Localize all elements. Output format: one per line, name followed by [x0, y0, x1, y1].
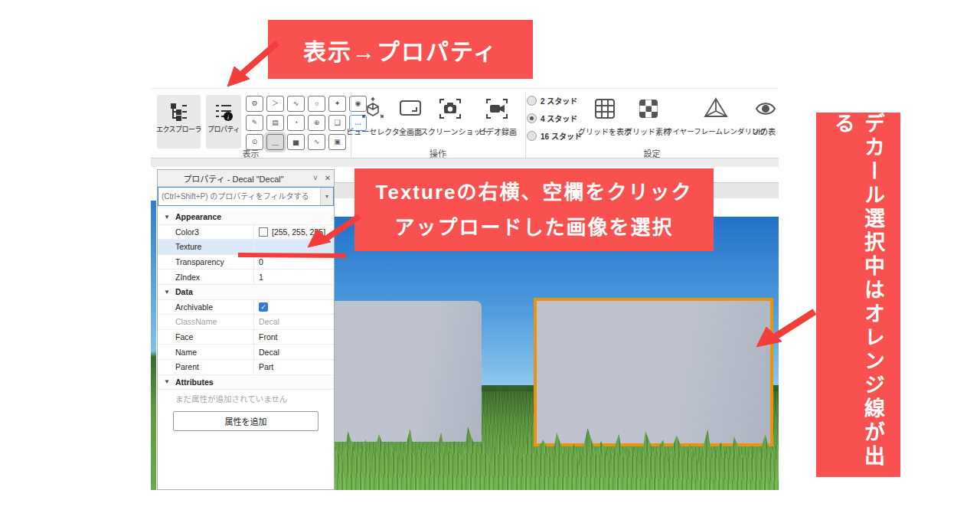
color3-value-text: [255, 255, 255]	[272, 227, 325, 237]
annotation-banner-side: デカール選択中はオレンジ線が出る	[816, 113, 900, 477]
section-expand-icon[interactable]: ▼	[158, 378, 175, 385]
viewport-left-sliver	[151, 201, 156, 490]
color3-value[interactable]: [255, 255, 255]	[253, 225, 334, 240]
zindex-label: ZIndex	[158, 273, 253, 282]
texture-label: Texture	[158, 242, 253, 251]
stud-option-4-label: 4 スタッド	[541, 113, 577, 124]
transparency-label: Transparency	[158, 257, 253, 266]
3d-viewport[interactable]	[335, 217, 779, 490]
texture-value[interactable]	[253, 240, 334, 254]
property-row-face[interactable]: Face Front	[158, 330, 334, 345]
section-attributes-label: Attributes	[175, 377, 214, 387]
section-expand-icon[interactable]: ▼	[158, 214, 175, 221]
properties-rows: ▼ Appearance Color3 [255, 255, 255] Text…	[158, 210, 334, 431]
wireframe-rendering-icon[interactable]	[704, 96, 728, 119]
property-row-parent[interactable]: Parent Part	[158, 360, 334, 375]
zindex-value[interactable]: 1	[253, 270, 334, 284]
color-swatch[interactable]	[259, 227, 268, 237]
annotation-banner-texture: Textureの右横、空欄をクリック アップロードした画像を選択	[354, 168, 714, 251]
radio-icon	[527, 131, 537, 141]
stud-option-2-label: 2 スタッド	[541, 95, 577, 106]
section-expand-icon[interactable]: ▼	[158, 289, 175, 296]
archivable-checkbox[interactable]: ✓	[259, 302, 268, 312]
annotation-texture-line1: Textureの右横、空欄をクリック	[376, 175, 693, 210]
grid-material-icon[interactable]	[638, 98, 659, 119]
stud-option-4[interactable]: 4 スタッド	[527, 113, 577, 124]
face-label: Face	[158, 332, 253, 341]
selection-group-icon[interactable]: ⊕	[308, 115, 325, 131]
property-row-name[interactable]: Name Decal	[158, 345, 334, 360]
archivable-value: ✓	[253, 300, 334, 315]
script-editor-icon[interactable]: ✎	[246, 115, 263, 131]
fullscreen-icon[interactable]	[399, 100, 422, 118]
watch-icon[interactable]: ◔	[287, 115, 305, 131]
attributes-empty-message: まだ属性が追加されていません	[158, 390, 334, 407]
output-icon[interactable]: ▤	[266, 115, 284, 131]
video-record-icon[interactable]	[485, 98, 508, 119]
radio-selected-icon	[527, 113, 537, 123]
annotation-texture-line2: アップロードした画像を選択	[394, 210, 673, 245]
screenshot-label: スクリーンショット	[420, 126, 480, 137]
asset-import-icon[interactable]: ✦	[328, 96, 346, 112]
property-row-texture[interactable]: Texture	[158, 240, 334, 255]
ribbon-toolbar: エクスプローラ i プロパティ ⚙ ＞ ∿ ☼ ✦ ◉ ✎ ▤ ◔ ⊕ ❑ …	[151, 88, 779, 158]
radio-icon	[527, 96, 537, 106]
parent-value[interactable]: Part	[253, 360, 334, 374]
property-row-color3[interactable]: Color3 [255, 255, 255]	[158, 225, 334, 240]
stud-option-2[interactable]: 2 スタッド	[527, 95, 577, 106]
annotation-side-text: デカール選択中はオレンジ線が出る	[828, 113, 888, 477]
explorer-tree-icon	[169, 102, 189, 122]
show-grid-icon[interactable]	[594, 98, 616, 119]
transparency-value[interactable]: 0	[253, 255, 334, 270]
video-record-label: ビデオ録画	[478, 126, 518, 137]
panel-collapse-icon[interactable]: ˅	[309, 174, 322, 182]
stud-option-16-label: 16 スタッド	[541, 130, 582, 142]
command-bar-icon[interactable]: ＞	[266, 96, 284, 112]
section-data[interactable]: ▼ Data	[158, 285, 334, 300]
ui-visibility-icon[interactable]	[754, 99, 777, 119]
properties-filter: ▾	[158, 187, 334, 206]
name-value[interactable]: Decal	[253, 345, 334, 359]
add-attribute-button[interactable]: 属性を追加	[173, 411, 318, 431]
properties-button-label: プロパティ	[207, 124, 240, 134]
section-appearance[interactable]: ▼ Appearance	[158, 210, 334, 225]
lighting-icon[interactable]: ☼	[308, 96, 325, 112]
annotation-banner-top: 表示→プロパティ	[268, 20, 533, 79]
filter-dropdown-icon[interactable]: ▾	[320, 188, 333, 205]
section-attributes[interactable]: ▼ Attributes	[158, 375, 334, 390]
screenshot-canvas: エクスプローラ i プロパティ ⚙ ＞ ∿ ☼ ✦ ◉ ✎ ▤ ◔ ⊕ ❑ …	[0, 0, 980, 513]
property-row-transparency[interactable]: Transparency 0	[158, 255, 334, 270]
view-selector-icon[interactable]	[361, 96, 384, 121]
annotation-top-text: 表示→プロパティ	[303, 33, 498, 67]
part-block[interactable]	[335, 301, 482, 442]
window-layout-icon[interactable]: ❑	[328, 115, 346, 131]
property-row-archivable[interactable]: Archivable ✓	[158, 300, 334, 315]
panel-close-icon[interactable]: ✕	[322, 174, 334, 182]
ribbon-bottom-strip	[151, 158, 779, 167]
view-tools-grid: ⚙ ＞ ∿ ☼ ✦ ◉ ✎ ▤ ◔ ⊕ ❑ … ⊙ ＿ ▅ ∿ ▣	[244, 94, 371, 152]
face-value[interactable]: Front	[253, 330, 334, 345]
section-data-label: Data	[175, 287, 193, 296]
classname-value: Decal	[253, 315, 334, 329]
explorer-button-label: エクスプローラ	[156, 124, 201, 134]
performance-icon[interactable]: ∿	[287, 96, 305, 112]
section-appearance-label: Appearance	[175, 212, 221, 221]
group-label-actions: 操作	[351, 147, 525, 158]
asset-manager-icon[interactable]: ⚙	[246, 96, 263, 112]
name-label: Name	[158, 348, 253, 357]
properties-filter-input[interactable]	[158, 188, 320, 205]
archivable-label: Archivable	[158, 302, 253, 312]
view-selector-label: ビューセレクタ	[345, 126, 401, 137]
properties-panel-header[interactable]: プロパティ - Decal "Decal" ˅ ✕	[158, 170, 334, 187]
properties-button[interactable]: i プロパティ	[206, 95, 241, 149]
explorer-button[interactable]: エクスプローラ	[157, 95, 201, 149]
property-row-zindex[interactable]: ZIndex 1	[158, 270, 334, 285]
properties-panel: プロパティ - Decal "Decal" ˅ ✕ ▾ ▼ Appearance…	[157, 169, 335, 490]
group-label-view: 表示	[151, 147, 351, 158]
properties-list-icon: i	[214, 102, 234, 122]
stud-option-16[interactable]: 16 スタッド	[527, 130, 582, 142]
color3-label: Color3	[158, 227, 253, 237]
selected-part-with-decal[interactable]	[534, 298, 773, 446]
classname-label: ClassName	[158, 317, 253, 326]
screenshot-icon[interactable]	[439, 98, 462, 119]
